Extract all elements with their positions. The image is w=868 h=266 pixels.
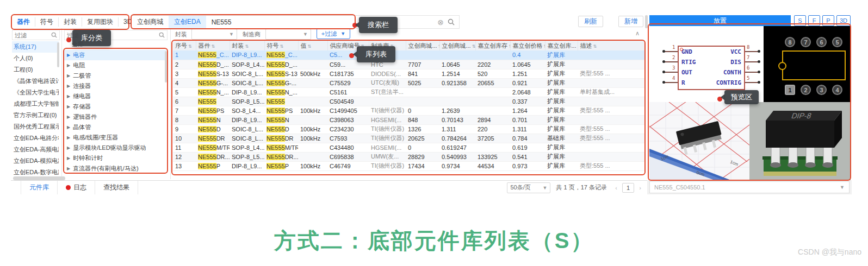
column-header[interactable]: 器件⇅: [196, 41, 230, 50]
library-filter-input[interactable]: [15, 32, 51, 39]
sort-icon[interactable]: ⇅: [212, 44, 215, 49]
tab-log[interactable]: 日志: [58, 181, 95, 194]
column-header[interactable]: 封装⇅: [230, 41, 264, 50]
tab-component-library[interactable]: 元件库: [21, 181, 58, 194]
sort-icon[interactable]: ⇅: [593, 44, 597, 49]
column-header[interactable]: 序号⇅: [173, 41, 196, 50]
tab-search-result[interactable]: 查找结果: [95, 181, 138, 194]
sort-icon[interactable]: ⇅: [472, 44, 475, 49]
category-item[interactable]: ▶存储器: [64, 102, 166, 112]
current-page-button[interactable]: 1: [622, 183, 634, 193]
column-header[interactable]: 描述⇅: [578, 41, 645, 50]
collapse-chevron-icon[interactable]: ∧: [635, 30, 640, 37]
category-item[interactable]: ▶逻辑器件: [64, 112, 166, 122]
top-tab[interactable]: 复用图块: [82, 17, 119, 27]
table-row[interactable]: 13NE555PDIP-8_L9...NE555P100kHzC46749TI(…: [173, 161, 645, 170]
scrollbar-thumb[interactable]: [57, 42, 59, 67]
source-tab-store[interactable]: 立创商城: [132, 16, 169, 28]
filter-search-icon[interactable]: [159, 32, 165, 38]
column-header[interactable]: 立创商城...⇅: [406, 41, 439, 50]
sidebar-item[interactable]: 官方示例工程(0): [12, 110, 59, 121]
top-tab[interactable]: 符号: [35, 17, 59, 27]
refresh-button[interactable]: 刷新: [578, 16, 603, 27]
add-filter-button[interactable]: +过滤▼: [317, 28, 350, 39]
sort-icon[interactable]: ⇅: [188, 44, 192, 49]
next-page-button[interactable]: ›: [636, 185, 644, 191]
table-row[interactable]: 7NE555PSSO-8_L4...NE555PS100kHzC1499405T…: [173, 106, 645, 115]
table-row[interactable]: 9NE555DSOIC-8_L...NE555D100kHzC234230TI(…: [173, 124, 645, 134]
manufacturer-select[interactable]: ▼: [265, 29, 311, 40]
scrollbar-thumb[interactable]: [13, 176, 65, 180]
table-row[interactable]: 8NE555NDIP-8_L9...NE555NC398063HGSEMI(..…: [173, 115, 645, 124]
search-icon[interactable]: [448, 18, 455, 26]
footprint-pad[interactable]: 4: [832, 85, 842, 95]
table-row[interactable]: 12NE555DR...SOP-8_L5...NE555DR...C695838…: [173, 152, 645, 161]
footprint-preview[interactable]: 87651234: [764, 26, 851, 102]
table-row[interactable]: 3NE555S-13SOIC-8_L...NE555S-13500kHzC181…: [173, 69, 645, 78]
table-row[interactable]: 1NE555_C...DIP-8_L9...NE555_C...C5...0.4…: [173, 50, 645, 60]
table-row[interactable]: 11NE555M/TRSOP-8_L4...NE555M/TRC434480HG…: [173, 143, 645, 152]
footprint-pad[interactable]: 7: [801, 37, 811, 47]
filter-search-icon[interactable]: [51, 32, 57, 38]
sidebar-item[interactable]: 《全国大学生电子: [12, 87, 59, 98]
table-row[interactable]: 2NE555D_...SOP-8_L4...NE555D_...C59...HT…: [173, 60, 645, 69]
page-size-select[interactable]: 50条/页▼: [507, 182, 550, 193]
search-input[interactable]: [206, 18, 438, 26]
sidebar-item[interactable]: 个人(0): [12, 53, 59, 64]
top-tab[interactable]: 封装: [59, 17, 82, 27]
column-header[interactable]: 符号⇅: [264, 41, 298, 50]
sidebar-item[interactable]: 国外优秀工程展示: [12, 121, 59, 132]
place-button[interactable]: 放置: [649, 15, 791, 26]
view-button-3d[interactable]: 3D: [836, 15, 851, 26]
footprint-pad[interactable]: 6: [816, 37, 827, 47]
sidebar-item[interactable]: 《晶体管电路设计》: [12, 75, 59, 87]
category-item[interactable]: ▶直流器件(有刷电机/马达): [64, 163, 166, 174]
sidebar-item[interactable]: 成都理工大学智能: [12, 98, 59, 110]
view-button-s[interactable]: S: [794, 15, 806, 26]
sidebar-item[interactable]: 系统(17): [12, 41, 59, 53]
footprint-pad[interactable]: 2: [801, 85, 811, 95]
category-item[interactable]: ▶电容: [64, 50, 166, 60]
scrollbar-thumb[interactable]: [645, 15, 648, 28]
footprint-pad[interactable]: 1: [785, 85, 795, 95]
category-item[interactable]: ▶显示模块/LED驱动显示驱动: [64, 143, 166, 153]
sidebar-item[interactable]: 立创EDA-电路分析: [12, 132, 59, 144]
package-select[interactable]: ▼: [191, 29, 237, 40]
column-header[interactable]: 嘉立创价格⇅: [510, 41, 545, 50]
column-header[interactable]: 嘉立创库存⇅: [475, 41, 510, 50]
sidebar-item[interactable]: 工程(0): [12, 64, 59, 75]
column-header[interactable]: 嘉立创库...⇅: [545, 41, 578, 50]
product-photo-preview[interactable]: 1cm 0cm 1cm: [649, 102, 749, 180]
source-tab-eda[interactable]: 立创EDA: [169, 16, 206, 28]
category-item[interactable]: ▶继电器: [64, 91, 166, 102]
clear-search-icon[interactable]: ⊗: [437, 18, 444, 26]
table-row[interactable]: 4NE555G-...SOIC-8_L...NE555G-...C75529UT…: [173, 78, 645, 87]
category-item[interactable]: ▶连接器: [64, 81, 166, 91]
category-item[interactable]: ▶时钟和计时: [64, 153, 166, 163]
footprint-pad[interactable]: 3: [816, 85, 827, 95]
category-item[interactable]: ▶晶体管: [64, 122, 166, 132]
category-item[interactable]: ▶电阻: [64, 60, 166, 71]
sidebar-item[interactable]: 立创EDA-高频电路: [12, 144, 59, 155]
column-header[interactable]: 值⇅: [298, 41, 327, 50]
view-button-p[interactable]: P: [822, 15, 834, 26]
column-header[interactable]: 立创商城...⇅: [439, 41, 475, 50]
category-item[interactable]: ▶二极管: [64, 71, 166, 81]
footprint-pad[interactable]: 8: [785, 37, 795, 47]
scrollbar-thumb[interactable]: [165, 51, 167, 83]
sort-icon[interactable]: ⇅: [280, 44, 284, 49]
model-3d-preview[interactable]: DIP-8: [749, 102, 851, 180]
sort-icon[interactable]: ⇅: [245, 44, 249, 49]
table-row[interactable]: 10NE555DRSOIC-8_L...NE555DR100kHzC7593TI…: [173, 134, 645, 143]
table-row[interactable]: 5NE555N_...DIP-8_L9...NE555N_...C5161ST(…: [173, 87, 645, 97]
table-row[interactable]: 6NE555SOP-8_L5...NE555C5045490.337扩展库: [173, 97, 645, 106]
category-item[interactable]: ▶电感/线圈/变压器: [64, 132, 166, 143]
view-button-f[interactable]: F: [808, 15, 820, 26]
component-select[interactable]: NE555_C504550.1 ▼: [649, 181, 850, 193]
sort-icon[interactable]: ⇅: [308, 44, 312, 49]
sidebar-item[interactable]: 立创EDA-模拟电路: [12, 155, 59, 167]
prev-page-button[interactable]: ‹: [612, 185, 620, 191]
footprint-pad[interactable]: 5: [832, 37, 842, 47]
top-tab[interactable]: 器件: [12, 17, 35, 27]
add-new-button[interactable]: 新增: [618, 16, 643, 27]
